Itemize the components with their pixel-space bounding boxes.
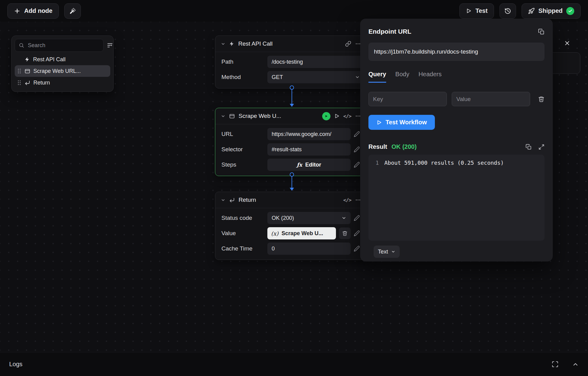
- trash-icon: [538, 96, 545, 102]
- field-row-value: Value (x) Scrape Web U...: [221, 227, 360, 239]
- pencil-icon[interactable]: [354, 230, 360, 236]
- pencil-icon[interactable]: [354, 162, 360, 168]
- history-button[interactable]: [499, 3, 516, 19]
- copy-icon: [538, 28, 545, 35]
- logs-label: Logs: [9, 361, 22, 368]
- node-header: Rest API Call: [215, 36, 369, 52]
- shipped-button[interactable]: Shipped: [522, 3, 581, 19]
- endpoint-inspector-panel: Endpoint URL https://j1bm7e.buildship.ru…: [360, 19, 553, 261]
- selector-input[interactable]: #result-stats: [267, 143, 351, 156]
- variable-icon: (x): [271, 230, 278, 237]
- drag-handle-icon[interactable]: [17, 80, 21, 85]
- close-button[interactable]: [559, 35, 575, 51]
- play-icon: [376, 120, 382, 125]
- library-item-return[interactable]: Return: [15, 77, 110, 88]
- format-select-value: Text: [378, 249, 388, 255]
- result-line: 1 About 591,000 results (0.25 seconds): [368, 160, 545, 166]
- connector-port[interactable]: [290, 172, 294, 177]
- chevron-down-icon[interactable]: [221, 42, 225, 46]
- cache-time-input[interactable]: 0: [267, 243, 351, 255]
- value-variable-chip[interactable]: (x) Scrape Web U...: [267, 227, 336, 239]
- query-key-input[interactable]: [368, 92, 447, 106]
- play-icon: [466, 8, 472, 14]
- browser-icon: [229, 113, 235, 119]
- chevron-down-icon: [391, 250, 395, 254]
- toolbar-left-group: Add node: [7, 3, 81, 19]
- tab-headers[interactable]: Headers: [418, 71, 442, 83]
- library-item-scrape-web-url[interactable]: Scrape Web URL...: [15, 65, 110, 77]
- fx-icon: ƒx: [297, 162, 302, 168]
- search-box[interactable]: [15, 39, 104, 52]
- result-text: About 591,000 results (0.25 seconds): [384, 160, 504, 166]
- node-library-panel: Rest API Call Scrape Web URL... Return: [11, 36, 114, 92]
- connector-port[interactable]: [290, 85, 294, 90]
- field-label: Steps: [221, 161, 264, 168]
- history-icon: [504, 8, 511, 14]
- steps-editor-button[interactable]: ƒx Editor: [267, 159, 351, 171]
- collapse-list-icon[interactable]: [107, 42, 113, 49]
- connector-arrow-icon: [290, 104, 294, 107]
- chevron-down-icon[interactable]: [221, 114, 225, 118]
- endpoint-url-label: Endpoint URL: [368, 28, 411, 35]
- fullscreen-icon: [552, 361, 559, 368]
- pencil-icon[interactable]: [354, 215, 360, 221]
- status-code-value: OK (200): [272, 215, 294, 221]
- delete-param-button[interactable]: [538, 96, 545, 102]
- field-label: Cache Time: [221, 245, 264, 252]
- test-button[interactable]: Test: [459, 3, 494, 19]
- line-number: 1: [368, 160, 379, 166]
- copy-endpoint-button[interactable]: [538, 28, 545, 35]
- value-chip-label: Scrape Web U...: [281, 230, 323, 237]
- node-body: URL https://www.google.com/ Selector #re…: [215, 124, 369, 176]
- collapse-logs-button[interactable]: [572, 361, 579, 368]
- fullscreen-logs-button[interactable]: [552, 361, 559, 368]
- code-icon[interactable]: </>: [343, 113, 351, 119]
- tab-query[interactable]: Query: [368, 71, 386, 83]
- url-input[interactable]: https://www.google.com/: [267, 128, 351, 140]
- logs-bar: Logs: [0, 352, 588, 376]
- query-value-input[interactable]: [452, 92, 530, 106]
- format-select[interactable]: Text: [374, 246, 400, 258]
- ai-wand-button[interactable]: [64, 3, 81, 19]
- result-actions: [526, 144, 545, 150]
- status-code-select[interactable]: OK (200): [267, 212, 351, 224]
- node-scrape-web-url[interactable]: Scrape Web U... </> URL https://www.goog…: [215, 108, 369, 176]
- pencil-icon[interactable]: [354, 146, 360, 152]
- path-input[interactable]: /docs-testing: [267, 56, 364, 68]
- result-output[interactable]: 1 About 591,000 results (0.25 seconds): [368, 155, 545, 241]
- trash-icon: [342, 231, 348, 236]
- toolbar-right-group: Test Shipped: [459, 3, 581, 19]
- logs-actions: [552, 361, 579, 368]
- library-search-row: [15, 39, 110, 52]
- copy-result-button[interactable]: [526, 144, 532, 150]
- drag-handle-icon[interactable]: [17, 68, 21, 74]
- pencil-icon[interactable]: [354, 246, 360, 252]
- shipped-label: Shipped: [538, 7, 563, 14]
- chevron-down-icon[interactable]: [221, 198, 225, 202]
- tab-body[interactable]: Body: [395, 71, 409, 83]
- field-row-status-code: Status code OK (200): [221, 212, 360, 224]
- pencil-icon[interactable]: [354, 131, 360, 137]
- method-value: GET: [272, 74, 283, 81]
- library-item-rest-api[interactable]: Rest API Call: [15, 54, 110, 65]
- library-item-label: Rest API Call: [33, 56, 66, 63]
- search-input[interactable]: [27, 42, 100, 49]
- add-node-label: Add node: [24, 7, 52, 14]
- shipped-check-icon: [566, 7, 574, 15]
- node-return[interactable]: Return </> Status code OK (200) Value (x…: [215, 192, 369, 260]
- play-icon[interactable]: [334, 113, 340, 119]
- delete-value-button[interactable]: [339, 227, 351, 239]
- result-header-row: Result OK (200): [368, 143, 545, 150]
- add-node-button[interactable]: Add node: [7, 3, 59, 19]
- endpoint-url-value[interactable]: https://j1bm7e.buildship.run/docs-testin…: [368, 43, 545, 61]
- method-select[interactable]: GET: [267, 71, 364, 83]
- run-success-icon[interactable]: [322, 112, 330, 120]
- chevron-down-icon: [341, 216, 346, 220]
- expand-result-button[interactable]: [538, 144, 545, 150]
- test-label: Test: [475, 7, 488, 14]
- link-icon[interactable]: [345, 41, 351, 47]
- node-rest-api-call[interactable]: Rest API Call Path /docs-testing Method …: [215, 36, 369, 88]
- lightning-icon: [229, 41, 235, 47]
- code-icon[interactable]: </>: [343, 197, 351, 203]
- test-workflow-button[interactable]: Test Workflow: [368, 115, 435, 130]
